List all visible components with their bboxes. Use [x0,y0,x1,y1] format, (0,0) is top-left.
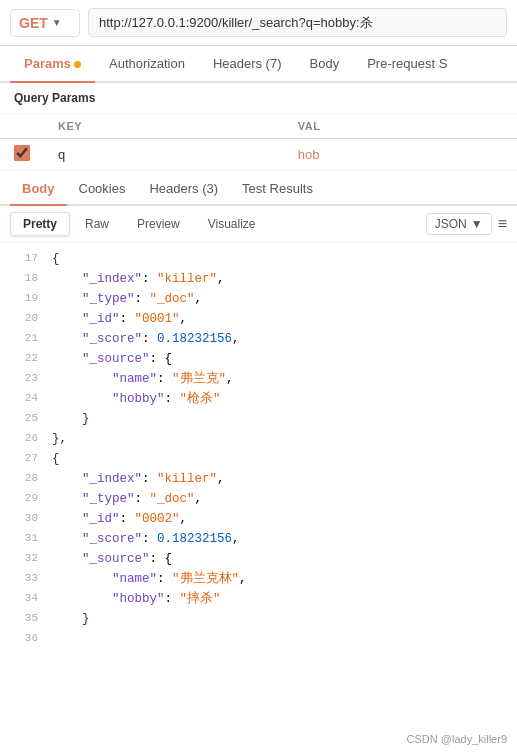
line-content: "hobby": "枪杀" [52,389,511,409]
line-content: "_type": "_doc", [52,489,511,509]
code-line: 33 "name": "弗兰克林", [0,569,517,589]
col-key: KEY [44,114,284,139]
tab-prerequest[interactable]: Pre-request S [353,46,461,81]
line-content: { [52,249,511,269]
body-tab-testresults[interactable]: Test Results [230,173,325,204]
tab-body[interactable]: Body [296,46,354,81]
code-line: 36 [0,629,517,648]
tab-headers-label: Headers (7) [213,56,282,71]
format-raw[interactable]: Raw [72,212,122,236]
format-preview-label: Preview [137,217,180,231]
format-pretty[interactable]: Pretty [10,212,70,236]
line-number: 26 [6,429,38,448]
code-line: 24 "hobby": "枪杀" [0,389,517,409]
line-content: "_index": "killer", [52,469,511,489]
format-preview[interactable]: Preview [124,212,193,236]
line-content: "_score": 0.18232156, [52,329,511,349]
body-tab-cookies[interactable]: Cookies [67,173,138,204]
section-label: Query Params [0,83,517,114]
json-format-selector[interactable]: JSON ▼ [426,213,492,235]
code-line: 29 "_type": "_doc", [0,489,517,509]
col-val: VAL [284,114,517,139]
main-tabs: Params Authorization Headers (7) Body Pr… [0,46,517,83]
line-content: "_id": "0002", [52,509,511,529]
line-content: } [52,409,511,429]
tab-params-label: Params [24,56,71,71]
method-label: GET [19,15,48,31]
line-number: 28 [6,469,38,488]
tab-headers[interactable]: Headers (7) [199,46,296,81]
code-line: 28 "_index": "killer", [0,469,517,489]
row-val[interactable]: hob [284,139,517,171]
code-line: 25 } [0,409,517,429]
line-number: 31 [6,529,38,548]
line-number: 18 [6,269,38,288]
code-line: 34 "hobby": "摔杀" [0,589,517,609]
code-line: 20 "_id": "0001", [0,309,517,329]
line-content: "_score": 0.18232156, [52,529,511,549]
line-content: "name": "弗兰克", [52,369,511,389]
line-number: 25 [6,409,38,428]
line-content: "_id": "0001", [52,309,511,329]
chevron-down-icon: ▼ [52,17,62,28]
format-pretty-label: Pretty [23,217,57,231]
line-number: 27 [6,449,38,468]
row-key[interactable]: q [44,139,284,171]
code-line: 30 "_id": "0002", [0,509,517,529]
method-selector[interactable]: GET ▼ [10,9,80,37]
line-number: 19 [6,289,38,308]
code-line: 35 } [0,609,517,629]
body-tab-testresults-label: Test Results [242,181,313,196]
code-line: 23 "name": "弗兰克", [0,369,517,389]
tab-params[interactable]: Params [10,46,95,81]
line-number: 35 [6,609,38,628]
code-line: 32 "_source": { [0,549,517,569]
line-number: 29 [6,489,38,508]
watermark: CSDN @lady_killer9 [407,733,507,745]
line-number: 22 [6,349,38,368]
top-bar: GET ▼ [0,0,517,46]
line-number: 33 [6,569,38,588]
line-content: }, [52,429,511,449]
body-tab-headers-label: Headers (3) [149,181,218,196]
row-checkbox[interactable] [14,145,30,161]
body-tab-cookies-label: Cookies [79,181,126,196]
code-area: 17{18 "_index": "killer",19 "_type": "_d… [0,243,517,654]
tab-authorization[interactable]: Authorization [95,46,199,81]
body-tab-headers[interactable]: Headers (3) [137,173,230,204]
tab-authorization-label: Authorization [109,56,185,71]
line-content: "_type": "_doc", [52,289,511,309]
line-content: "hobby": "摔杀" [52,589,511,609]
line-content: "name": "弗兰克林", [52,569,511,589]
code-line: 22 "_source": { [0,349,517,369]
line-number: 32 [6,549,38,568]
line-number: 21 [6,329,38,348]
wrap-icon[interactable]: ≡ [498,215,507,233]
code-line: 21 "_score": 0.18232156, [0,329,517,349]
line-content: "_source": { [52,549,511,569]
format-bar: Pretty Raw Preview Visualize JSON ▼ ≡ [0,206,517,243]
code-line: 27{ [0,449,517,469]
code-line: 19 "_type": "_doc", [0,289,517,309]
body-tab-body[interactable]: Body [10,173,67,204]
line-number: 23 [6,369,38,388]
url-input[interactable] [88,8,507,37]
line-content: "_index": "killer", [52,269,511,289]
line-number: 20 [6,309,38,328]
format-visualize[interactable]: Visualize [195,212,269,236]
row-check-cell[interactable] [0,139,44,171]
table-row: q hob [0,139,517,171]
line-number: 24 [6,389,38,408]
line-content: "_source": { [52,349,511,369]
json-label: JSON [435,217,467,231]
line-content: } [52,609,511,629]
line-number: 34 [6,589,38,608]
params-dot [74,61,81,68]
tab-body-label: Body [310,56,340,71]
code-line: 26}, [0,429,517,449]
line-number: 36 [6,629,38,648]
tab-prerequest-label: Pre-request S [367,56,447,71]
line-number: 30 [6,509,38,528]
code-line: 18 "_index": "killer", [0,269,517,289]
col-check [0,114,44,139]
